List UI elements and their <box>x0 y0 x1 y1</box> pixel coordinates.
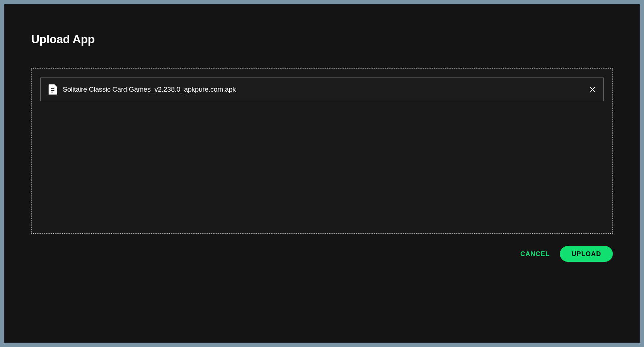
file-icon <box>49 84 57 95</box>
file-name-label: Solitaire Classic Card Games_v2.238.0_ap… <box>63 85 584 93</box>
svg-rect-0 <box>51 88 54 89</box>
svg-rect-2 <box>51 92 53 92</box>
upload-button[interactable]: UPLOAD <box>560 246 613 262</box>
svg-rect-1 <box>51 90 54 91</box>
close-icon[interactable] <box>590 87 595 92</box>
file-item: Solitaire Classic Card Games_v2.238.0_ap… <box>40 78 604 101</box>
dialog-title: Upload App <box>31 33 613 46</box>
dialog-footer: CANCEL UPLOAD <box>31 246 613 262</box>
upload-dialog: Upload App Solitaire Classic Card Games_… <box>4 4 640 343</box>
cancel-button[interactable]: CANCEL <box>519 247 551 262</box>
file-dropzone[interactable]: Solitaire Classic Card Games_v2.238.0_ap… <box>31 68 613 234</box>
